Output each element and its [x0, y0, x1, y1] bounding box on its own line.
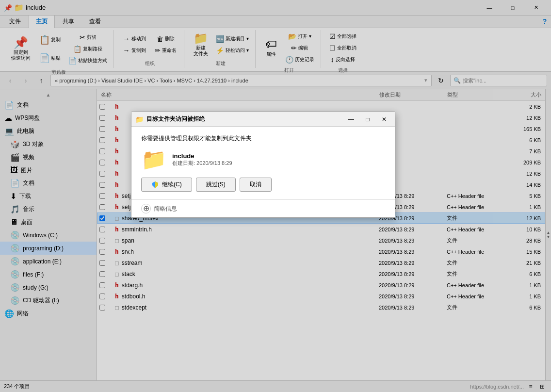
svg-marker-1: [155, 181, 158, 188]
dialog-maximize-button[interactable]: □: [361, 114, 374, 125]
shield-uac-icon: [151, 181, 159, 189]
expand-icon: ⊕: [141, 204, 151, 213]
access-denied-dialog: 📁 目标文件夹访问被拒绝 — □ ✕ 你需要提供管理员权限才能复制到此文件夹 📁…: [131, 112, 395, 218]
dialog-message: 你需要提供管理员权限才能复制到此文件夹: [141, 134, 385, 143]
dialog-title-text: 目标文件夹访问被拒绝: [146, 115, 341, 123]
cancel-button[interactable]: 取消: [240, 178, 272, 192]
dialog-close-button[interactable]: ✕: [377, 114, 391, 125]
skip-label: 跳过(S): [206, 180, 226, 189]
dialog-minimize-button[interactable]: —: [344, 114, 358, 125]
dialog-folder-icon: 📁: [141, 149, 166, 170]
skip-button[interactable]: 跳过(S): [196, 178, 236, 192]
expand-label: 简略信息: [154, 205, 177, 213]
dialog-footer[interactable]: ⊕ 简略信息: [131, 199, 395, 217]
dialog-buttons: 继续(C) 跳过(S) 取消: [141, 178, 385, 192]
dialog-title-icon: 📁: [135, 115, 144, 123]
cancel-label: 取消: [250, 180, 261, 189]
dialog-folder-name: include: [172, 152, 232, 160]
continue-label: 继续(C): [162, 180, 182, 189]
dialog-folder-info-row: 📁 include 创建日期: 2020/9/13 8:29: [141, 149, 385, 170]
dialog-folder-date: 创建日期: 2020/9/13 8:29: [172, 160, 232, 167]
dialog-titlebar: 📁 目标文件夹访问被拒绝 — □ ✕: [131, 112, 395, 127]
continue-button[interactable]: 继续(C): [141, 178, 192, 192]
dialog-body: 你需要提供管理员权限才能复制到此文件夹 📁 include 创建日期: 2020…: [131, 127, 395, 199]
dialog-folder-details: include 创建日期: 2020/9/13 8:29: [172, 152, 232, 167]
